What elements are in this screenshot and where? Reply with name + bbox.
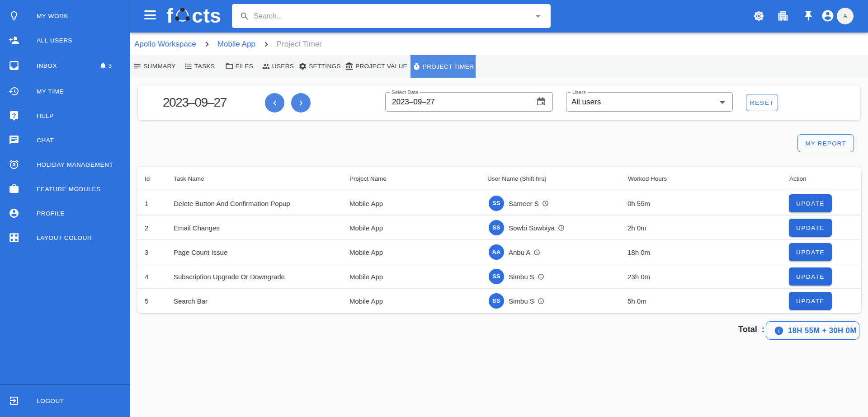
svg-text:?: ? <box>12 112 16 119</box>
